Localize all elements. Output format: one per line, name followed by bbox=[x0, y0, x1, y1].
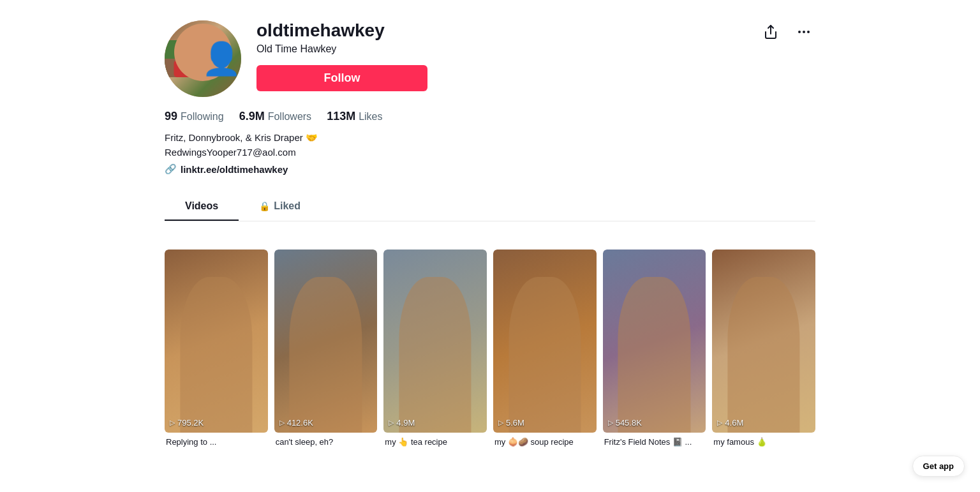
video-views-overlay: ▷ 795.2K bbox=[170, 418, 204, 428]
videos-section: ▷ 795.2K Replying to ... ▷ 412.6K can't … bbox=[139, 221, 841, 456]
video-title: can't sleep, eh? bbox=[274, 433, 378, 448]
svg-rect-3 bbox=[174, 60, 193, 77]
likes-count: 113M bbox=[327, 110, 355, 123]
get-app-button[interactable]: Get app bbox=[912, 456, 965, 477]
play-icon: ▷ bbox=[170, 419, 175, 427]
svg-point-9 bbox=[803, 31, 805, 33]
profile-header: oldtimehawkey Old Time Hawkey Follow bbox=[165, 20, 815, 97]
video-title: Fritz's Field Notes 📓 ... bbox=[603, 433, 706, 448]
likes-stat: 113M Likes bbox=[327, 110, 382, 123]
link-icon: 🔗 bbox=[165, 163, 177, 175]
more-options-icon[interactable] bbox=[792, 20, 815, 43]
video-thumbnail: ▷ 4.6M bbox=[712, 250, 815, 433]
videos-grid: ▷ 795.2K Replying to ... ▷ 412.6K can't … bbox=[165, 242, 815, 456]
video-thumbnail: ▷ 412.6K bbox=[274, 250, 378, 433]
video-card[interactable]: ▷ 4.6M my famous 🍐 bbox=[712, 250, 815, 449]
video-card[interactable]: ▷ 795.2K Replying to ... bbox=[165, 250, 268, 449]
video-card[interactable]: ▷ 5.6M my 🧅🥔 soup recipe bbox=[493, 250, 597, 449]
share-icon[interactable] bbox=[759, 20, 782, 43]
svg-rect-5 bbox=[176, 45, 189, 50]
play-icon: ▷ bbox=[389, 419, 394, 427]
video-views-overlay: ▷ 5.6M bbox=[498, 418, 524, 428]
svg-point-10 bbox=[807, 31, 810, 33]
video-title: my 👆 tea recipe bbox=[383, 433, 487, 448]
stats-row: 99 Following 6.9M Followers 113M Likes bbox=[165, 110, 815, 123]
followers-count: 6.9M bbox=[239, 110, 265, 123]
video-thumbnail: ▷ 795.2K bbox=[165, 250, 268, 433]
bio-section: Fritz, Donnybrook, & Kris Draper 🤝 Redwi… bbox=[165, 131, 815, 175]
profile-info: oldtimehawkey Old Time Hawkey Follow bbox=[256, 20, 815, 91]
play-icon: ▷ bbox=[498, 419, 503, 427]
video-thumbnail: ▷ 5.6M bbox=[493, 250, 597, 433]
svg-point-2 bbox=[176, 47, 189, 61]
video-card[interactable]: ▷ 412.6K can't sleep, eh? bbox=[274, 250, 378, 449]
video-card[interactable]: ▷ 4.9M my 👆 tea recipe bbox=[383, 250, 487, 449]
followers-stat[interactable]: 6.9M Followers bbox=[239, 110, 312, 123]
header-actions bbox=[759, 20, 815, 43]
video-views: 795.2K bbox=[177, 418, 204, 428]
following-stat[interactable]: 99 Following bbox=[165, 110, 224, 123]
video-views-overlay: ▷ 545.8K bbox=[608, 418, 642, 428]
bio-line2: RedwingsYooper717@aol.com bbox=[165, 145, 815, 160]
video-views: 5.6M bbox=[506, 418, 524, 428]
video-card[interactable]: ▷ 545.8K Fritz's Field Notes 📓 ... bbox=[603, 250, 706, 449]
tab-videos[interactable]: Videos bbox=[165, 193, 239, 221]
followers-label: Followers bbox=[268, 111, 311, 123]
video-thumbnail: ▷ 4.9M bbox=[383, 250, 487, 433]
tab-videos-label: Videos bbox=[185, 200, 218, 212]
username: oldtimehawkey bbox=[256, 20, 815, 41]
video-views: 4.6M bbox=[725, 418, 743, 428]
svg-point-6 bbox=[179, 56, 187, 58]
video-views-overlay: ▷ 412.6K bbox=[279, 418, 313, 428]
svg-rect-4 bbox=[177, 48, 188, 50]
avatar bbox=[165, 20, 241, 97]
video-views: 4.9M bbox=[396, 418, 415, 428]
tabs-section: Videos 🔒 Liked bbox=[165, 193, 815, 221]
video-title: my famous 🍐 bbox=[712, 433, 815, 448]
video-views-overlay: ▷ 4.9M bbox=[389, 418, 415, 428]
lock-icon: 🔒 bbox=[259, 201, 270, 211]
following-label: Following bbox=[181, 111, 224, 123]
play-icon: ▷ bbox=[608, 419, 613, 427]
bio-line1: Fritz, Donnybrook, & Kris Draper 🤝 bbox=[165, 131, 815, 145]
svg-point-8 bbox=[798, 31, 801, 33]
bio-link-anchor[interactable]: linktr.ee/oldtimehawkey bbox=[181, 164, 288, 175]
video-views: 545.8K bbox=[616, 418, 642, 428]
video-title: Replying to ... bbox=[165, 433, 268, 448]
video-views: 412.6K bbox=[287, 418, 313, 428]
following-count: 99 bbox=[165, 110, 177, 123]
video-thumbnail: ▷ 545.8K bbox=[603, 250, 706, 433]
display-name: Old Time Hawkey bbox=[256, 43, 815, 55]
likes-label: Likes bbox=[359, 111, 382, 123]
tab-liked[interactable]: 🔒 Liked bbox=[239, 193, 321, 221]
tab-liked-label: Liked bbox=[274, 200, 301, 212]
play-icon: ▷ bbox=[717, 419, 722, 427]
video-title: my 🧅🥔 soup recipe bbox=[493, 433, 597, 448]
bio-link[interactable]: 🔗 linktr.ee/oldtimehawkey bbox=[165, 163, 815, 175]
play-icon: ▷ bbox=[279, 419, 285, 427]
follow-button[interactable]: Follow bbox=[256, 65, 427, 91]
video-views-overlay: ▷ 4.6M bbox=[717, 418, 743, 428]
